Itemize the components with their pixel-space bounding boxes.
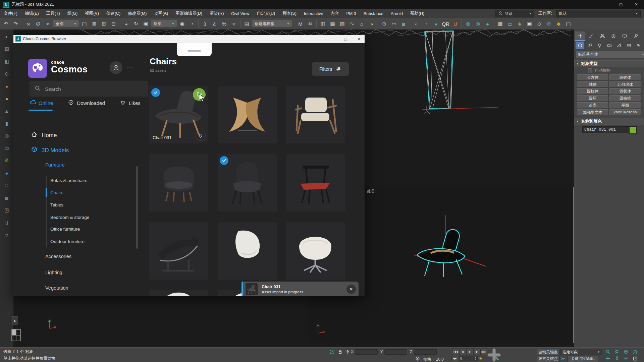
menu-脚本(S)[interactable]: 脚本(S) bbox=[279, 9, 300, 18]
open-in-viewport-icon[interactable]: ◐ bbox=[412, 19, 421, 28]
menu-动画(A)[interactable]: 动画(A) bbox=[150, 9, 172, 18]
help-tool-icon[interactable]: ? bbox=[3, 231, 10, 239]
u-tool-icon[interactable]: U bbox=[451, 19, 460, 28]
scatter-tool-icon[interactable]: ※ bbox=[3, 157, 10, 164]
panel-expand-arrow[interactable]: ▶ bbox=[12, 316, 18, 325]
key-filters-button[interactable]: 关键点过滤器.. bbox=[568, 356, 598, 362]
absolute-mode-icon[interactable] bbox=[345, 349, 350, 355]
state-sets-icon[interactable]: ◕ bbox=[431, 19, 440, 28]
named-selection-sets-dropdown[interactable]: 创建选择集▼ bbox=[252, 20, 292, 28]
qr-tool-icon[interactable]: QR bbox=[441, 19, 450, 28]
torus-tool-icon[interactable]: ◎ bbox=[3, 132, 10, 139]
asset-tile[interactable] bbox=[286, 222, 345, 280]
misc-7-icon[interactable]: ◆ bbox=[554, 19, 563, 28]
sidebar-item-office-furniture[interactable]: Office furniture bbox=[50, 227, 80, 232]
misc-3-icon[interactable]: ◈ bbox=[515, 19, 524, 28]
sphere-tool-icon[interactable]: ● bbox=[3, 95, 10, 102]
sidebar-item-home[interactable]: Home bbox=[31, 131, 57, 139]
menu-工具(T)[interactable]: 工具(T) bbox=[43, 9, 64, 18]
hierarchy-tab[interactable] bbox=[597, 32, 607, 41]
toggle-scene-explorer-icon[interactable]: ▥ bbox=[318, 19, 327, 28]
utilities-tab[interactable] bbox=[630, 32, 641, 41]
menu-视图(V)[interactable]: 视图(V) bbox=[81, 9, 103, 18]
misc-1-icon[interactable]: ▩ bbox=[496, 19, 505, 28]
zoom-extents-icon[interactable] bbox=[622, 349, 630, 355]
primitive-圆锥体-button[interactable]: 圆锥体 bbox=[609, 74, 641, 80]
menu-自定义(U)[interactable]: 自定义(U) bbox=[253, 9, 279, 18]
primitive-球体-button[interactable]: 球体 bbox=[577, 81, 608, 87]
set-keys-icon[interactable] bbox=[560, 356, 565, 362]
curve-editor-icon[interactable]: ∿ bbox=[347, 19, 357, 28]
render-setup-icon[interactable]: ⊙ bbox=[380, 19, 389, 28]
sidebar-item-vegetation[interactable]: Vegetation bbox=[45, 285, 68, 291]
helpers-category[interactable] bbox=[614, 42, 623, 49]
use-pivot-center-icon[interactable]: ◉ bbox=[178, 19, 187, 28]
frame-step-toggle[interactable]: ◀▶ bbox=[451, 356, 458, 361]
misc-8-icon[interactable]: ▢ bbox=[564, 19, 573, 28]
misc-5-icon[interactable]: ◇ bbox=[535, 19, 544, 28]
filters-button[interactable]: Filters bbox=[312, 62, 349, 76]
rect-selection-region-icon[interactable]: ⊞ bbox=[99, 19, 108, 28]
viewport-layout-tab[interactable] bbox=[11, 328, 22, 343]
wireframe-box-model[interactable] bbox=[415, 28, 502, 117]
go-to-start-button[interactable]: |◀◀ bbox=[452, 349, 459, 355]
asset-tile[interactable] bbox=[218, 154, 277, 212]
workspace-dropdown[interactable]: 默认 ▼ bbox=[556, 10, 641, 17]
import-asset-button[interactable] bbox=[193, 88, 206, 101]
cone-tool-icon[interactable]: ▲ bbox=[3, 107, 10, 115]
selection-filter-dropdown[interactable]: 全部▼ bbox=[53, 20, 79, 28]
name-color-rollout[interactable]: ▼ 名称和颜色 ⠿ bbox=[574, 118, 644, 125]
align-icon[interactable]: ≋ bbox=[306, 19, 315, 28]
current-frame-spinner[interactable]: 0 ▲▼ bbox=[459, 356, 478, 361]
create-tab[interactable] bbox=[575, 32, 585, 41]
sidebar-item-outdoor-furniture[interactable]: Outdoor furniture bbox=[50, 239, 85, 244]
primitive-平面-button[interactable]: 平面 bbox=[609, 102, 641, 108]
display-tab[interactable] bbox=[619, 32, 630, 41]
render-production-icon[interactable]: ◙ bbox=[399, 19, 408, 28]
mirror-icon[interactable]: M bbox=[296, 19, 305, 28]
object-paint-icon[interactable]: ◇ bbox=[3, 70, 10, 77]
sidebar-scrollbar[interactable] bbox=[136, 166, 138, 249]
multi-tool-icon[interactable]: ∷ bbox=[3, 182, 10, 189]
primitive-加强型文本-button[interactable]: 加强型文本 bbox=[577, 109, 608, 115]
account-avatar[interactable] bbox=[110, 61, 122, 74]
zoom-all-icon[interactable] bbox=[613, 349, 621, 355]
previous-frame-button[interactable]: ◀| bbox=[459, 349, 466, 355]
spacewarps-category[interactable] bbox=[624, 42, 633, 49]
misc-6-icon[interactable]: ⊕ bbox=[544, 19, 553, 28]
isolate-selection-icon[interactable] bbox=[330, 349, 335, 355]
update-drawer-handle[interactable] bbox=[177, 43, 212, 56]
auto-key-button[interactable]: 自动关键点 bbox=[537, 349, 559, 355]
modify-tab[interactable] bbox=[586, 32, 596, 41]
primitive-VoxelRemesh-button[interactable]: VoxelRemesh bbox=[609, 109, 641, 115]
menu-修改器(M)[interactable]: 修改器(M) bbox=[124, 9, 150, 18]
cosmos-minimize-button[interactable]: ─ bbox=[328, 35, 336, 43]
asset-tile[interactable] bbox=[218, 86, 277, 143]
object-type-rollout[interactable]: ▼ 对象类型 ⠿ bbox=[574, 60, 644, 67]
sidebar-item-3d-models[interactable]: 3D Models bbox=[31, 146, 69, 155]
zoom-extents-all-icon[interactable] bbox=[631, 349, 639, 355]
unlink-selection-icon[interactable]: ∅ bbox=[34, 19, 43, 28]
chair-model-selected[interactable] bbox=[413, 215, 488, 292]
shapes-category[interactable] bbox=[585, 42, 594, 49]
menu-图形编辑器(D)[interactable]: 图形编辑器(D) bbox=[172, 9, 206, 18]
y-coordinate-field[interactable] bbox=[384, 349, 407, 355]
select-link-icon[interactable]: ∞ bbox=[24, 19, 33, 28]
asset-tile[interactable] bbox=[149, 290, 208, 296]
tab-online[interactable]: Online bbox=[30, 99, 53, 107]
menu-文件(F)[interactable]: 文件(F) bbox=[0, 9, 21, 18]
time-config-icon[interactable] bbox=[478, 356, 483, 362]
autogrid-checkbox[interactable] bbox=[588, 68, 592, 73]
go-to-end-button[interactable]: ▶▶| bbox=[480, 349, 487, 355]
ribbon-toggle-icon[interactable]: ▧ bbox=[338, 19, 347, 28]
primitive-长方体-button[interactable]: 长方体 bbox=[577, 74, 608, 80]
object-color-swatch[interactable] bbox=[629, 126, 637, 134]
spinner-arrows-icon[interactable]: ▲▼ bbox=[474, 356, 476, 360]
modeling-tab-icon[interactable]: ◐ bbox=[3, 33, 10, 40]
asset-tile[interactable] bbox=[149, 154, 208, 212]
keyboard-override-icon[interactable] bbox=[487, 348, 501, 362]
sidebar-item-lighting[interactable]: Lighting bbox=[45, 270, 62, 275]
login-dropdown[interactable]: 登录 ▼ bbox=[495, 10, 534, 17]
spinner-snap-icon[interactable]: ≡ bbox=[229, 19, 238, 28]
angle-snap-icon[interactable]: ∠ bbox=[210, 19, 219, 28]
